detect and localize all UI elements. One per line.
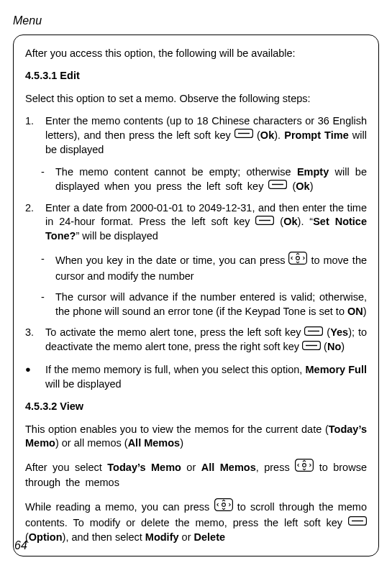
- softkey-icon: [348, 516, 367, 530]
- step-1-text: Enter the memo contents (up to 18 Chines…: [45, 114, 367, 157]
- content-frame: After you access this option, the follow…: [13, 35, 379, 557]
- intro-text: After you access this option, the follow…: [25, 47, 367, 61]
- softkey-icon: [304, 326, 323, 340]
- svg-point-15: [222, 503, 225, 507]
- softkey-icon: [255, 215, 274, 229]
- text-fragment: The memo content cannot be empty; otherw…: [55, 166, 297, 178]
- all-memos-label: All Memos: [128, 437, 181, 449]
- step-2-text: Enter a date from 2000-01-01 to 2049-12-…: [45, 201, 367, 244]
- softkey-icon: [234, 128, 253, 142]
- text-fragment: ” will be displayed: [76, 230, 158, 242]
- nav-icon: [288, 252, 307, 269]
- nav-icon: [295, 459, 314, 476]
- nav-icon: [214, 498, 233, 516]
- text-fragment: or: [179, 531, 194, 543]
- text-fragment: or: [181, 462, 201, 473]
- svg-point-13: [303, 464, 306, 467]
- svg-point-7: [296, 257, 300, 260]
- step-1-sub-text: The memo content cannot be empty; otherw…: [55, 165, 367, 194]
- text-fragment: ), and then select: [63, 531, 145, 543]
- text-fragment: will be displayed: [45, 378, 122, 390]
- no-label: No: [327, 341, 341, 352]
- modify-label: Modify: [145, 531, 179, 543]
- ok-label: Ok: [283, 216, 297, 227]
- option-label: Option: [29, 531, 63, 543]
- page-number: 64: [14, 538, 27, 554]
- step-2-number: 2.: [25, 201, 38, 244]
- text-fragment: ) or all memos (: [55, 437, 128, 449]
- ok-label: Ok: [296, 180, 309, 192]
- memory-full-text: If the memo memory is full, when you sel…: [45, 363, 367, 391]
- text-fragment: ): [180, 437, 183, 449]
- text-fragment: When you key in the date or time, you ca…: [55, 255, 288, 266]
- step-1-number: 1.: [25, 114, 38, 157]
- heading-view: 4.5.3.2 View: [25, 400, 367, 414]
- step-2-sub-b-text: The cursor will advance if the number en…: [55, 290, 367, 319]
- step-3-text: To activate the memo alert tone, press t…: [45, 326, 367, 354]
- text-fragment: This option enables you to view the memo…: [25, 423, 329, 435]
- step-2-sub-a: - When you key in the date or time, you …: [25, 252, 367, 283]
- step-3-number: 3.: [25, 326, 38, 354]
- text-fragment: If the memo memory is full, when you sel…: [45, 364, 305, 375]
- text-fragment: , press: [256, 462, 295, 473]
- text-fragment: ). “: [298, 216, 314, 227]
- dash: -: [41, 252, 48, 283]
- ok-label: Ok: [260, 129, 274, 141]
- heading-edit: 4.5.3.1 Edit: [25, 69, 367, 83]
- prompt-time-label: Prompt Time: [284, 129, 348, 141]
- text-fragment: ).: [274, 129, 284, 141]
- bullet: ●: [25, 363, 38, 391]
- softkey-icon: [268, 179, 287, 193]
- view-browse: After you select Today’s Memo or All Mem…: [25, 459, 367, 490]
- text-fragment: ): [363, 306, 367, 317]
- running-head: Menu: [13, 13, 379, 29]
- view-modify: While reading a memo, you can press to s…: [25, 499, 367, 544]
- todays-memo-label: Today’s Memo: [107, 462, 181, 473]
- all-memos-label: All Memos: [201, 462, 256, 473]
- text-fragment: To activate the memo alert tone, press t…: [45, 326, 304, 338]
- memory-full-note: ● If the memo memory is full, when you s…: [25, 363, 367, 391]
- view-intro: This option enables you to view the memo…: [25, 423, 367, 451]
- text-fragment: ): [310, 180, 314, 192]
- delete-label: Delete: [194, 531, 226, 543]
- text-fragment: ): [341, 341, 345, 352]
- text-fragment: While reading a memo, you can press: [25, 501, 214, 513]
- yes-label: Yes: [330, 326, 348, 338]
- text-fragment: The cursor will advance if the number en…: [55, 291, 367, 317]
- memory-full-label: Memory Full: [305, 364, 367, 375]
- on-label: ON: [347, 306, 363, 317]
- step-2-sub-b: - The cursor will advance if the number …: [25, 290, 367, 319]
- step-3: 3. To activate the memo alert tone, pres…: [25, 326, 367, 354]
- edit-intro: Select this option to set a memo. Observ…: [25, 92, 367, 106]
- step-2-sub-a-text: When you key in the date or time, you ca…: [55, 252, 367, 283]
- step-2: 2. Enter a date from 2000-01-01 to 2049-…: [25, 201, 367, 244]
- dash: -: [41, 165, 48, 194]
- text-fragment: After you select: [25, 462, 107, 473]
- empty-label: Empty: [297, 166, 329, 178]
- softkey-icon: [302, 340, 321, 354]
- dash: -: [41, 290, 48, 319]
- step-1-sub: - The memo content cannot be empty; othe…: [25, 165, 367, 194]
- step-1: 1. Enter the memo contents (up to 18 Chi…: [25, 114, 367, 157]
